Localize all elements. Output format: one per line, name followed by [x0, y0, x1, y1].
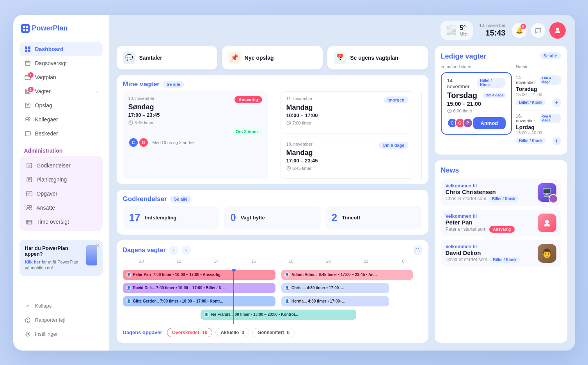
vagt-1-badge: Ansvarlig [234, 96, 262, 103]
weather-desc: Mist [460, 32, 467, 37]
svg-point-37 [27, 321, 28, 321]
sidebar-item-godkendelser[interactable]: Godkendelser [21, 158, 101, 173]
nye-opslag-btn[interactable]: 📌 Nye opslag [222, 46, 323, 69]
tl-label-3: 16 [235, 259, 272, 264]
sidebar-label-planlaegning: Planlægning [37, 176, 67, 183]
dv-expand-btn[interactable]: ⛶ [413, 246, 422, 255]
sidebar-label-kollegaer: Kollegaer [35, 116, 58, 123]
sidebar-item-kollaps[interactable]: « Kollaps [20, 299, 103, 313]
sidebar-item-dashboard[interactable]: Dashboard [20, 42, 103, 56]
sidebar-label-beskeder: Beskeder [35, 130, 58, 137]
left-panel: 💬 Samtaler 📌 Nye opslag 📅 Se ugens vagtp… [117, 46, 428, 343]
anmod-btn[interactable]: Anmod [473, 117, 506, 129]
promo-link[interactable]: Klik her [25, 260, 41, 264]
colleague-avatar-c: C [128, 137, 139, 148]
timeline-labels: 10 12 14 16 18 20 22 0 [123, 259, 422, 264]
vagt-2-time: 10:00 – 17:00 [286, 112, 409, 118]
header-actions: 🔔 6 [512, 22, 566, 39]
rapporter-fejl-icon [24, 317, 31, 324]
sidebar-item-kollegaer[interactable]: Kollegaer [20, 112, 103, 126]
dv-prev-btn[interactable]: ‹ [169, 246, 178, 255]
news-name-2: Peter Pan [446, 219, 533, 226]
timeline-row-4: 👤 Fie Frands... 00 timer • 13:00 – 20:00… [123, 309, 422, 320]
datetime-widget: 10. november 15:43 [479, 23, 505, 37]
profile-btn[interactable] [549, 22, 566, 39]
dagsoversigt-icon [24, 60, 31, 67]
svg-rect-0 [23, 26, 25, 28]
news-text-3: Velkommen til David Delion David er star… [446, 244, 533, 262]
vagter-list: 10. november Ansvarlig Søndag 17:00 – 23… [123, 91, 422, 179]
timeline-header: 10 12 14 16 18 20 22 0 [123, 259, 422, 266]
svg-point-27 [27, 205, 29, 208]
tbar-user-icon-chris: 👤 [284, 285, 290, 291]
sidebar-item-planlaegning[interactable]: Planlægning [21, 173, 101, 187]
lv-main-duration: 6:00 timer [447, 109, 506, 113]
timeline-now-line [233, 269, 234, 324]
opgave-gennemfort[interactable]: Gennemført 0 [252, 328, 295, 337]
news-items: Velkommen til Chris Christensen Chris er… [441, 179, 561, 267]
opgave-overskredet[interactable]: Overskredet 10 [167, 328, 213, 337]
sidebar-item-opgaver[interactable]: Opgaver [21, 187, 101, 201]
godkend-items: 17 Indstempling 0 Vagt bytte 2 Timeoff [123, 206, 422, 229]
sidebar-item-beskeder[interactable]: Beskeder [20, 126, 103, 141]
sidebar-item-opslag[interactable]: Opslag [20, 98, 103, 112]
sidebar-label-opslag: Opslag [35, 102, 52, 109]
godkend-label-2: Timeoff [342, 215, 360, 221]
opgaver-icon [26, 190, 33, 197]
sidebar-item-vagtplan[interactable]: Vagtplan 1 [20, 70, 103, 84]
godkendelser-see-all[interactable]: Se alle [170, 196, 192, 203]
news-name-3: David Delion [446, 249, 533, 256]
svg-point-19 [26, 117, 28, 119]
tl-label-0: 10 [123, 259, 160, 264]
sidebar-item-dagsoversigt[interactable]: Dagsoversigt [20, 56, 103, 70]
svg-point-20 [28, 118, 30, 119]
vagtplan-btn[interactable]: 📅 Se ugens vagtplan [327, 46, 428, 69]
lv-side-2-plus[interactable]: + [552, 137, 561, 145]
vagter-badge: 1 [28, 87, 34, 92]
lv-main-item: 14. november Billet / Kiosk Torsdag Om 4… [441, 72, 512, 135]
tbar-herman-text: Herma... 4:30 timer • 17:00–... [291, 299, 345, 303]
opgave-aktuelle[interactable]: Aktuelle 3 [215, 328, 249, 337]
godkendelser-title: Godkendelser [123, 195, 167, 203]
vagt-3-day: Mandag [286, 149, 409, 157]
notifications-btn[interactable]: 🔔 6 [512, 23, 527, 38]
samtaler-btn[interactable]: 💬 Samtaler [117, 46, 217, 69]
opgave-overskredet-count: 10 [202, 330, 207, 335]
lv-cols: en måned siden 14. november Billet / Kio… [441, 64, 561, 148]
tbar-herman: 👤 Herma... 4:30 timer • 17:00–... [281, 296, 389, 306]
messages-btn[interactable] [531, 23, 545, 38]
sidebar-item-ansatte[interactable]: Ansatte [21, 201, 101, 215]
promo-close-btn[interactable]: ✕ [96, 243, 99, 248]
godkend-num-0: 17 [129, 212, 140, 224]
dv-header: Dagens vagter ‹ › ⛶ [123, 246, 422, 255]
sidebar-item-instillinger[interactable]: Instillinger [20, 327, 103, 341]
kollaps-icon: « [24, 303, 31, 310]
lv-side-2-time: 13:00 – 20:00 [516, 130, 561, 135]
godkendelser-header: Godkendelser Se alle [123, 195, 422, 203]
sidebar-label-dagsoversigt: Dagsoversigt [35, 60, 67, 66]
sidebar-item-time-oversigt[interactable]: Time oversigt [21, 215, 101, 229]
dv-next-btn[interactable]: › [181, 246, 191, 255]
nye-opslag-icon: 📌 [228, 52, 241, 64]
notifications-badge: 6 [520, 24, 526, 29]
news-desc-2: Peter er startet som Ansvarlig [446, 226, 533, 232]
news-desc-1: Chris er startet som Billet / Kiosk [446, 196, 533, 201]
sidebar-item-rapporter-fejl[interactable]: Rapporter fejl [20, 313, 103, 327]
sidebar-label-godkendelser: Godkendelser [37, 162, 71, 169]
lv-side-1-plus[interactable]: + [552, 98, 561, 107]
mine-vagter-see-all[interactable]: Se alle [163, 81, 184, 88]
mine-vagter-card: Mine vagter Se alle 10. november Ansvarl… [117, 75, 428, 184]
sidebar-label-ansatte: Ansatte [37, 205, 55, 211]
sidebar-item-vagter[interactable]: Vagter 1 › [20, 84, 103, 98]
lv-side-1-badge: Billet / Kiosk [516, 100, 545, 105]
sidebar-label-vagtplan: Vagtplan [35, 74, 56, 80]
tbar-peter-text: Peter Pan 7:00 timer • 10:00 – 17:00 • A… [133, 272, 221, 277]
svg-rect-7 [28, 50, 30, 52]
vagt-2-badge: Imorgen [384, 96, 408, 103]
vagtplan-label: Se ugens vagtplan [350, 55, 398, 61]
colleagues-text: Med Chris og 2 andre [153, 140, 194, 145]
lv-see-all[interactable]: Se alle [540, 52, 561, 59]
sidebar-label-rapporter-fejl: Rapporter fejl [35, 317, 66, 323]
opgaver-title: Dagens opgaver [123, 329, 162, 335]
opgave-aktuelle-count: 3 [242, 330, 244, 335]
